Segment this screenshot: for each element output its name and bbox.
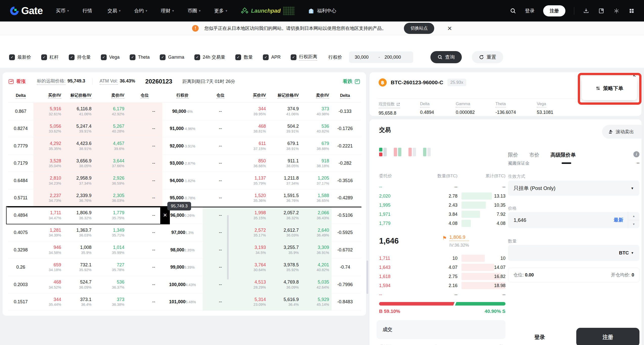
strike-min-input[interactable] [355,55,374,60]
filter-checkbox[interactable]: ✓ Theta [130,54,150,60]
bid-row[interactable]: 1,711 10 10 [379,254,505,263]
bid-row[interactable]: 1,594 2.16 18.98 [379,281,505,290]
apps-grid-icon[interactable] [628,8,635,14]
order-book: 委托价 数量(BTC) 累计(BTC) -- -- -- 2,020 2.78 … [379,173,505,299]
chain-row[interactable]: 0.7779 4,29235.35% 4,423.638.91% 4,45739… [8,137,361,155]
filter-checkbox[interactable]: ✓ Gamma [160,54,184,60]
column-header[interactable]: 仓位 [203,93,238,98]
filter-checkbox[interactable]: ✓ 数量 [235,54,253,60]
mark-price[interactable]: 1,806.9 [449,234,469,241]
rolling-sell-button[interactable]: 滚动卖出 [602,125,641,139]
view-split-icon[interactable] [394,148,401,156]
filter-checkbox[interactable]: ✓ 行权距离 [291,54,317,61]
column-header[interactable]: 买价/IV [238,93,268,98]
filter-checkbox[interactable]: ✓ APR [263,54,281,60]
gate-logo-icon [9,6,20,16]
recent-trades-header[interactable]: 成交 [377,320,505,339]
price-input[interactable]: 1,646 [508,217,526,223]
chain-row[interactable]: 0.8274 5,05633.62% 5,247.439.91% 5,26740… [8,120,361,138]
view-asks-icon[interactable] [423,148,431,156]
switch-site-button[interactable]: 切换站点 [404,23,434,34]
nav-menu-item[interactable]: 币圈 ▾ [188,8,201,14]
nav-menu-item[interactable]: 合约 ▾ [134,8,147,14]
checkbox-checked-icon: ✓ [263,54,269,60]
chevron-down-icon: ▾ [199,9,201,13]
order-type-tab[interactable]: 限价 [508,152,518,158]
nav-menu-item[interactable]: 更多 ▾ [214,8,227,14]
unit-selector[interactable]: BTC ▼ [619,250,634,256]
greeks-row: 现货指数 95,658.8 Delta 0.4894 Gamma 0.00008… [379,102,578,116]
expiry-date[interactable]: 20260123 [145,78,172,85]
nav-menu-item[interactable]: 买币 ▾ [56,8,69,14]
gear-icon[interactable] [613,8,620,14]
bid-row[interactable]: 1,618 2.75 16.82 [379,272,505,281]
strike-max-input[interactable] [384,55,408,60]
chain-row[interactable]: 0.3298 94634.58% 1,00835.9% 1,01435.99% … [8,241,361,259]
chain-row[interactable]: 0.2003 46834.52% 524.736.09% 53636.37% -… [8,276,361,293]
chain-scrollbar-thumb[interactable] [227,215,229,279]
chain-row[interactable]: 0.4075 1,28134.39% 1,363.736.03% 1,34935… [8,224,361,242]
column-header[interactable]: 卖价/IV [94,93,127,98]
reset-button[interactable]: 重置 [472,51,503,63]
instrument-name[interactable]: BTC-260123-96000-C [391,79,443,85]
filter-checkbox[interactable]: ✓ 杠杆 [41,54,59,60]
search-icon[interactable] [510,8,516,14]
info-icon[interactable]: i [633,151,639,157]
column-header[interactable]: Delta [8,93,33,98]
spot-price-tooltip: 95,749.3 [167,202,191,210]
column-header[interactable]: Delta [332,93,358,98]
chain-row[interactable]: 0.6484 2,81034.23% 2,958.937.34% 2,92636… [8,172,361,189]
nav-launchpad[interactable]: Launchpad [241,7,295,15]
view-both-sides-icon[interactable] [379,148,387,156]
query-button[interactable]: 查询 [430,51,462,63]
column-header[interactable]: 买价/IV [33,93,64,98]
step-down-icon[interactable]: ▼ [628,220,639,228]
launchpad-label: Launchpad [251,8,281,14]
column-header[interactable]: 标记价格/IV [268,93,301,98]
column-header[interactable]: 行权价 [162,93,203,98]
chain-row[interactable]: 0.867 5,91632.61% 6,116.841.06% 6,17942.… [8,103,361,120]
ask-row[interactable]: 1,779 4.08 4.08 [379,219,505,228]
step-up-icon[interactable]: ▲ [628,212,639,220]
close-icon[interactable]: × [447,25,452,32]
use-latest-price-button[interactable]: 最新 [614,217,628,223]
register-button[interactable]: 注册 [576,328,639,345]
bid-row[interactable]: 1,643 4.07 14.07 [379,263,505,272]
download-app-icon[interactable] [583,8,589,14]
order-type-tab[interactable]: 高级限价单 [550,152,576,158]
buy-ratio-label: B 59.10% [379,309,400,314]
chain-row[interactable]: 0.7179 3,52835.04% 3,656.938.05% 3,64437… [8,155,361,172]
gate-logo[interactable]: Gate [9,5,43,16]
ask-row[interactable]: -- -- -- [379,182,505,191]
quantity-input-group: BTC ▼ [508,245,639,261]
gift-icon [308,8,314,14]
quantity-input[interactable] [514,250,619,256]
orders-book-icon[interactable] [598,8,605,14]
filter-checkbox[interactable]: ✓ Vega [101,54,120,60]
rolling-sell-icon [608,129,613,134]
ask-row[interactable]: 1,995 2.43 10.35 [379,201,505,210]
filter-checkbox[interactable]: ✓ 持仓量 [69,54,91,60]
chain-row[interactable]: 0.26 65934.18% 732.135.92% 72735.78% -- … [8,259,361,276]
filter-checkbox[interactable]: ✓ 24h 交易量 [194,54,225,60]
nav-menu-item[interactable]: 理财 ▾ [161,8,174,14]
strategy-order-button[interactable]: 策略下单 [582,76,637,100]
nav-menu-item[interactable]: 交易 ▾ [107,8,121,14]
nav-menu-item[interactable]: 行情 [82,8,94,14]
nav-welfare-center[interactable]: 福利中心 [308,8,336,14]
column-header[interactable]: 仓位 [127,93,162,98]
column-header[interactable]: 卖价/IV [301,93,332,98]
bid-row[interactable]: -- -- -- [379,290,505,299]
tif-select[interactable]: 只挂单 (Post Only) ▼ [508,181,639,196]
ask-row[interactable]: 1,971 3.84 7.92 [379,210,505,219]
column-header[interactable]: 标记价格/IV [64,93,94,98]
order-type-tab[interactable]: 市价 [529,152,539,158]
login-button[interactable]: 登录 [508,334,571,341]
register-button[interactable]: 注册 [543,5,565,16]
panel-scrollbar-thumb[interactable] [366,261,368,294]
chain-row[interactable]: 0.1517 34435.44% 373.136.4% 37336.38% --… [8,293,361,311]
login-link[interactable]: 登录 [525,8,535,14]
view-bids-icon[interactable] [408,148,416,156]
ask-row[interactable]: 2,020 2.78 13.13 [379,191,505,201]
filter-checkbox[interactable]: ✓ 最新价 [9,54,31,60]
